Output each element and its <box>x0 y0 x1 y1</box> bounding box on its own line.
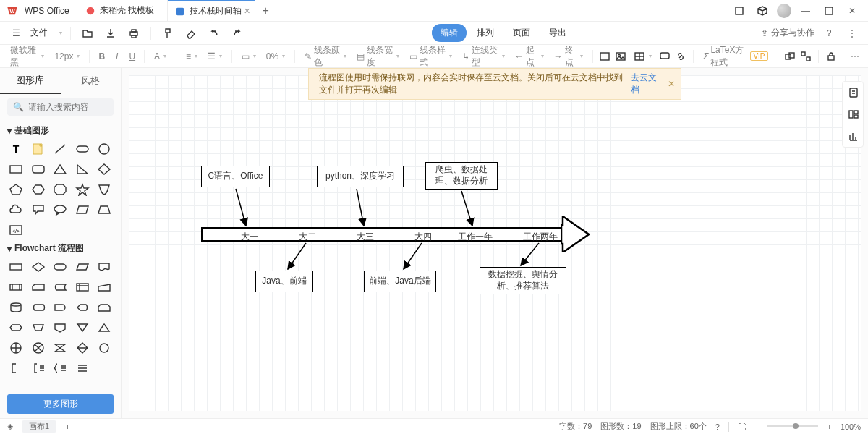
mode-tab-export[interactable]: 导出 <box>540 24 575 42</box>
shape-extract[interactable] <box>95 320 113 336</box>
shape-decision[interactable] <box>30 259 47 275</box>
shape-collate[interactable] <box>51 340 69 356</box>
shape-annotation[interactable] <box>7 360 25 376</box>
shape-offpage[interactable] <box>51 320 69 336</box>
share-button[interactable]: ⇪ 分享与协作 <box>761 27 814 39</box>
section-header-flowchart[interactable]: ▾ Flowchart 流程图 <box>7 242 114 255</box>
add-sheet-button[interactable]: + <box>65 422 69 431</box>
sidebar-tab-shapes[interactable]: 图形库 <box>0 68 61 94</box>
shape-manual-op[interactable] <box>30 320 47 336</box>
shape-parallelogram[interactable] <box>74 202 91 218</box>
shape-triangle[interactable] <box>51 161 69 177</box>
shape-octagon[interactable] <box>51 182 69 197</box>
shape-speech[interactable] <box>51 202 69 218</box>
hamburger-icon[interactable]: ☰ <box>7 25 25 42</box>
close-button[interactable]: ✕ <box>843 2 861 20</box>
shape-cloud[interactable] <box>7 202 25 218</box>
layout-icon[interactable] <box>843 103 864 125</box>
line-width-button[interactable]: ▤线条宽度▾ <box>354 44 402 69</box>
line-style-button[interactable]: ▭线条样式▾ <box>407 44 455 69</box>
insert-comment-icon[interactable] <box>659 50 671 63</box>
shape-bracket[interactable] <box>51 360 69 376</box>
cube-icon[interactable] <box>754 2 771 20</box>
shape-trapezoid[interactable] <box>95 202 113 218</box>
list-button[interactable]: ☰▾ <box>205 51 225 61</box>
shape-hexagon[interactable] <box>30 182 47 197</box>
shape-document[interactable] <box>95 259 113 275</box>
opacity-select[interactable]: 0%▾ <box>263 51 288 61</box>
shape-connector[interactable] <box>95 340 113 356</box>
group-icon[interactable] <box>784 50 796 63</box>
avatar[interactable] <box>777 4 791 18</box>
chart-icon[interactable] <box>843 125 864 147</box>
mode-tab-page[interactable]: 页面 <box>504 24 539 42</box>
window-restore-icon[interactable] <box>731 2 748 20</box>
latex-button[interactable]: Σ LaTeX方程式 VIP <box>700 44 770 69</box>
shape-note[interactable] <box>30 141 47 157</box>
redo-icon[interactable] <box>229 25 246 42</box>
shape-direct-data[interactable] <box>30 299 47 315</box>
zoom-in-button[interactable]: + <box>827 422 831 431</box>
shape-card[interactable] <box>30 279 47 295</box>
banner-link[interactable]: 去云文档 <box>631 72 659 96</box>
help-icon[interactable]: ? <box>715 422 720 431</box>
shape-stored-data[interactable] <box>51 279 69 295</box>
font-color-button[interactable]: A▾ <box>151 51 169 61</box>
more-icon[interactable]: ⋮ <box>843 25 861 42</box>
more-shapes-button[interactable]: 更多图形 <box>7 394 114 414</box>
shape-delay[interactable] <box>51 299 69 315</box>
shape-database[interactable] <box>7 299 25 315</box>
insert-picture-icon[interactable] <box>615 50 626 63</box>
connector-type-button[interactable]: ↳连线类型▾ <box>459 44 507 69</box>
zoom-slider[interactable] <box>767 425 818 427</box>
align-button[interactable]: ≡▾ <box>183 51 200 61</box>
fill-color-button[interactable]: ▭▾ <box>239 51 259 61</box>
settings-icon[interactable]: ⋯ <box>850 50 861 63</box>
font-family-select[interactable]: 微软雅黑▾ <box>7 44 47 69</box>
shape-process[interactable] <box>7 259 25 275</box>
start-arrow-button[interactable]: ←起点▾ <box>512 44 547 69</box>
shape-or[interactable] <box>7 340 25 356</box>
italic-button[interactable]: I <box>111 50 122 63</box>
open-icon[interactable] <box>79 25 96 42</box>
search-input[interactable] <box>28 102 137 112</box>
bold-button[interactable]: B <box>96 50 107 63</box>
shape-annotation2[interactable] <box>30 360 47 376</box>
shape-line[interactable] <box>51 141 69 157</box>
lock-icon[interactable] <box>825 50 836 63</box>
shape-data[interactable] <box>74 259 91 275</box>
shape-preparation[interactable] <box>7 320 25 336</box>
shape-star[interactable] <box>74 182 91 197</box>
shape-code[interactable]: </> <box>7 222 25 238</box>
canvas[interactable]: 流程图使用时需保持联网，内容会实时保存至云文档。关闭后可在云文档中找到文件并打开… <box>122 68 868 418</box>
shape-sort[interactable] <box>74 340 91 356</box>
format-painter-icon[interactable] <box>159 25 176 42</box>
section-header-basic[interactable]: ▾ 基础图形 <box>7 124 114 137</box>
ungroup-icon[interactable] <box>800 50 812 63</box>
shape-merge[interactable] <box>74 320 91 336</box>
sheet-tab[interactable]: 画布1 <box>22 420 56 433</box>
doc-tab-templates[interactable]: 来稻壳 找模板 <box>78 0 168 21</box>
end-arrow-button[interactable]: →终点▾ <box>551 44 586 69</box>
shape-roundrect[interactable] <box>74 141 91 157</box>
layers-icon[interactable]: ◈ <box>7 422 13 431</box>
shape-pentagon[interactable] <box>7 182 25 197</box>
minimize-button[interactable]: — <box>797 2 814 20</box>
doc-tab-current[interactable]: 技术栈时间轴 ✕ <box>168 0 255 21</box>
shape-callout[interactable] <box>30 202 47 218</box>
underline-button[interactable]: U <box>127 50 137 63</box>
maximize-button[interactable] <box>820 2 838 20</box>
shape-text[interactable]: T <box>7 141 25 157</box>
shape-shield[interactable] <box>95 182 113 197</box>
close-icon[interactable]: ✕ <box>668 79 675 89</box>
fit-icon[interactable]: ⛶ <box>738 422 746 431</box>
help-icon[interactable]: ? <box>820 25 838 42</box>
shape-loop-limit[interactable] <box>95 299 113 315</box>
mode-tab-arrange[interactable]: 排列 <box>468 24 503 42</box>
shape-roundrect2[interactable] <box>30 161 47 177</box>
shape-terminator[interactable] <box>51 259 69 275</box>
properties-icon[interactable] <box>843 82 864 103</box>
insert-table-icon[interactable]: ▾ <box>631 51 655 62</box>
close-icon[interactable]: ✕ <box>244 7 250 16</box>
add-tab-button[interactable]: + <box>255 0 276 21</box>
